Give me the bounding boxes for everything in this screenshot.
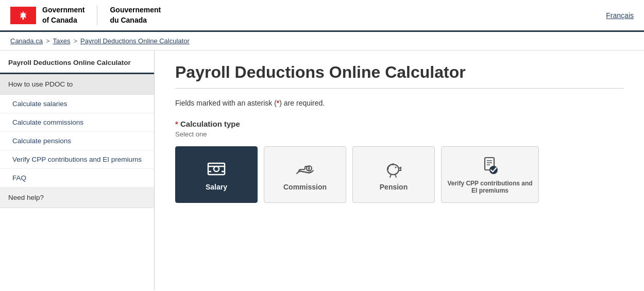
sidebar-item-calculate-commissions[interactable]: Calculate commissions [0, 113, 154, 132]
sidebar-item-calculate-pensions[interactable]: Calculate pensions [0, 132, 154, 150]
required-marker: * [175, 119, 178, 128]
breadcrumb-canada[interactable]: Canada.ca [10, 37, 43, 45]
svg-rect-0 [208, 163, 225, 175]
required-note: Fields marked with an asterisk (*) are r… [175, 99, 623, 107]
breadcrumb-taxes[interactable]: Taxes [53, 37, 70, 45]
main-layout: Payroll Deductions Online Calculator How… [0, 50, 644, 290]
sidebar-item-verify-cpp[interactable]: Verify CPP contributions and EI premiums [0, 150, 154, 169]
select-one-hint: Select one [175, 130, 623, 138]
maple-leaf-icon [18, 10, 29, 21]
page-title: Payroll Deductions Online Calculator [175, 63, 623, 89]
commission-icon: $ [295, 158, 315, 179]
gov-en-line1: Government [42, 5, 84, 15]
calculation-cards: Salary $ Commission [175, 146, 623, 203]
verify-cpp-icon [480, 155, 500, 176]
gov-logo: Government of Canada Gouvernement du Can… [10, 5, 161, 25]
language-toggle[interactable]: Français [606, 11, 634, 20]
calc-card-commission[interactable]: $ Commission [264, 146, 346, 203]
verify-cpp-label: Verify CPP contributions and EI premiums [447, 180, 533, 194]
calc-card-salary[interactable]: Salary [175, 146, 258, 203]
calc-card-verify-cpp[interactable]: Verify CPP contributions and EI premiums [441, 146, 539, 203]
svg-text:$: $ [308, 167, 310, 172]
sidebar-item-calculate-salaries[interactable]: Calculate salaries [0, 95, 154, 113]
breadcrumb-separator-2: > [73, 37, 77, 45]
required-asterisk: * [277, 99, 279, 107]
calc-card-pension[interactable]: Pension [352, 146, 435, 203]
site-header: Government of Canada Gouvernement du Can… [0, 0, 644, 32]
sidebar-item-need-help[interactable]: Need help? [0, 187, 154, 208]
svg-point-8 [395, 167, 397, 168]
breadcrumb-separator-1: > [46, 37, 50, 45]
pension-icon [383, 158, 404, 179]
breadcrumb: Canada.ca > Taxes > Payroll Deductions O… [0, 32, 644, 50]
salary-icon [206, 158, 227, 179]
gov-fr-line2: du Canada [110, 15, 161, 26]
sidebar-item-how-to-use[interactable]: How to use PDOC to [0, 74, 154, 95]
pension-label: Pension [380, 183, 408, 191]
sidebar-title: Payroll Deductions Online Calculator [0, 50, 154, 74]
sidebar: Payroll Deductions Online Calculator How… [0, 50, 155, 290]
commission-label: Commission [283, 183, 327, 191]
gov-fr-line1: Gouvernement [110, 5, 161, 15]
calculation-type-label: * Calculation type [175, 119, 623, 128]
gov-en-line2: of Canada [42, 15, 84, 26]
main-content: Payroll Deductions Online Calculator Fie… [155, 50, 644, 290]
sidebar-item-faq[interactable]: FAQ [0, 169, 154, 187]
gov-title: Government of Canada Gouvernement du Can… [42, 5, 161, 25]
svg-point-1 [214, 166, 219, 172]
breadcrumb-pdoc[interactable]: Payroll Deductions Online Calculator [80, 37, 190, 45]
salary-label: Salary [206, 183, 227, 191]
